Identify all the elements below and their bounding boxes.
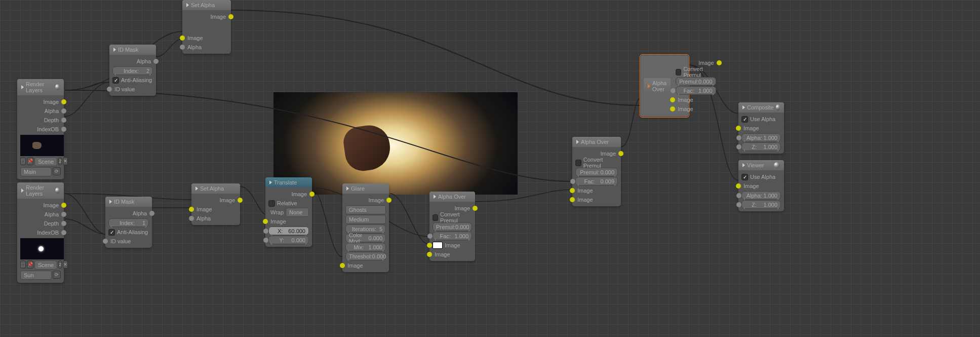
node-header[interactable]: Set Alpha <box>182 0 231 10</box>
convert-checkbox[interactable] <box>676 69 681 76</box>
collapse-icon[interactable] <box>109 200 112 204</box>
input-socket[interactable] <box>427 234 433 239</box>
output-socket[interactable] <box>61 118 66 123</box>
input-socket[interactable] <box>263 219 268 224</box>
relative-checkbox[interactable] <box>268 200 275 207</box>
scene-num[interactable]: 2 <box>58 157 62 165</box>
layer-select[interactable]: Sun <box>20 271 52 280</box>
z-field[interactable]: Z:1.000 <box>741 200 781 209</box>
input-socket[interactable] <box>736 202 741 207</box>
mix-field[interactable]: Mix:1.000 <box>345 243 386 251</box>
scene-num[interactable]: 2 <box>58 260 62 269</box>
output-socket[interactable] <box>618 151 623 156</box>
output-socket[interactable] <box>149 211 154 216</box>
node-set-alpha-1[interactable]: Set Alpha Image Image Alpha <box>182 0 231 54</box>
input-socket[interactable] <box>736 135 741 140</box>
collapse-icon[interactable] <box>186 3 189 7</box>
node-header[interactable]: Render Layers <box>17 182 64 199</box>
glare-quality-select[interactable]: Medium <box>345 215 386 224</box>
node-header[interactable]: Alpha Over <box>429 192 475 202</box>
premul-field[interactable]: Premul:0.000 <box>575 168 618 176</box>
pin-icon[interactable]: 📌 <box>27 157 33 165</box>
input-socket[interactable] <box>263 229 268 234</box>
reload-icon[interactable]: ⟳ <box>53 271 61 279</box>
collapse-icon[interactable] <box>346 186 349 191</box>
threshold-field[interactable]: Threshol:0.000 <box>345 252 386 260</box>
collapse-icon[interactable] <box>576 140 579 144</box>
node-composite[interactable]: Composite Use Alpha Image Alpha:1.000 Z:… <box>738 102 784 154</box>
output-socket[interactable] <box>61 221 66 226</box>
close-icon[interactable]: ✕ <box>63 157 68 165</box>
output-socket[interactable] <box>473 206 478 211</box>
input-socket[interactable] <box>427 243 432 248</box>
node-header[interactable]: Alpha Over <box>644 78 671 94</box>
convert-checkbox[interactable] <box>575 160 581 166</box>
input-socket[interactable] <box>427 252 432 257</box>
node-header[interactable]: Alpha Over <box>572 137 621 147</box>
usealpha-checkbox[interactable] <box>741 116 748 123</box>
fac-field[interactable]: Fac:1.000 <box>433 232 472 240</box>
node-translate[interactable]: Translate Image Relative WrapNone Image … <box>265 177 312 247</box>
node-viewer[interactable]: Viewer Use Alpha Image Alpha:1.000 Z:1.0… <box>738 160 784 211</box>
node-alpha-over-2[interactable]: Alpha Over Image Convert Premul Premul:0… <box>572 137 621 206</box>
input-socket[interactable] <box>189 216 194 221</box>
toggle-icon[interactable]: ⬚ <box>20 157 26 165</box>
reload-icon[interactable]: ⟳ <box>53 167 61 175</box>
premul-field[interactable]: Premul:0.000 <box>676 77 716 86</box>
output-socket[interactable] <box>61 99 66 104</box>
node-header[interactable]: ID Mask <box>109 45 156 55</box>
input-socket[interactable] <box>570 188 575 193</box>
collapse-icon[interactable] <box>21 85 24 89</box>
usealpha-checkbox[interactable] <box>741 174 748 180</box>
input-socket[interactable] <box>736 126 741 131</box>
node-header[interactable]: Composite <box>738 102 784 113</box>
collapse-icon[interactable] <box>742 105 745 109</box>
color-swatch[interactable] <box>433 242 443 249</box>
input-socket[interactable] <box>180 35 185 41</box>
input-socket[interactable] <box>671 88 676 93</box>
node-id-mask-2[interactable]: ID Mask Alpha Index:1 Anti-Aliasing ID v… <box>105 197 152 248</box>
input-socket[interactable] <box>570 179 575 184</box>
node-header[interactable]: Viewer <box>738 160 784 170</box>
x-field[interactable]: X:60.000 <box>268 227 309 235</box>
output-socket[interactable] <box>153 59 159 64</box>
layer-select[interactable]: Main <box>20 167 52 176</box>
collapse-icon[interactable] <box>269 180 272 184</box>
collapse-icon[interactable] <box>195 186 198 191</box>
output-socket[interactable] <box>717 60 722 65</box>
input-socket[interactable] <box>670 106 675 111</box>
glare-type-select[interactable]: Ghosts <box>345 205 386 214</box>
aa-checkbox[interactable] <box>112 77 119 84</box>
collapse-icon[interactable] <box>434 195 436 199</box>
y-field[interactable]: Y:0.000 <box>268 236 309 244</box>
node-set-alpha-2[interactable]: Set Alpha Image Image Alpha <box>191 183 240 225</box>
collapse-icon[interactable] <box>113 48 116 52</box>
node-glare[interactable]: Glare Image Ghosts Medium Iterations:5 C… <box>342 183 389 272</box>
collapse-icon[interactable] <box>21 189 24 193</box>
input-socket[interactable] <box>107 87 112 92</box>
node-header[interactable]: ID Mask <box>105 197 152 207</box>
input-socket[interactable] <box>180 45 185 50</box>
premul-field[interactable]: Premul:0.000 <box>433 222 472 231</box>
node-header[interactable]: Glare <box>342 183 389 194</box>
collapse-icon[interactable] <box>742 163 745 167</box>
output-socket[interactable] <box>61 230 66 235</box>
input-socket[interactable] <box>340 263 345 268</box>
toggle-icon[interactable]: ⬚ <box>20 260 26 269</box>
node-render-layers-2[interactable]: Render Layers Image Alpha Depth IndexOB … <box>17 182 64 283</box>
z-field[interactable]: Z:1.000 <box>741 142 781 151</box>
input-socket[interactable] <box>103 239 108 244</box>
output-socket[interactable] <box>238 198 243 203</box>
scene-select[interactable]: Scene <box>34 260 57 270</box>
fac-field[interactable]: Fac:1.000 <box>676 86 716 95</box>
wrap-select[interactable]: None <box>286 208 309 217</box>
input-socket[interactable] <box>736 193 741 198</box>
node-id-mask-1[interactable]: ID Mask Alpha Index:2 Anti-Aliasing ID v… <box>109 45 156 96</box>
pin-icon[interactable]: 📌 <box>27 260 33 269</box>
input-socket[interactable] <box>189 207 194 212</box>
output-socket[interactable] <box>309 192 315 197</box>
node-render-layers-1[interactable]: Render Layers Image Alpha Depth IndexOB … <box>17 79 64 179</box>
alpha-field[interactable]: Alpha:1.000 <box>741 191 781 200</box>
convert-checkbox[interactable] <box>433 214 438 221</box>
output-socket[interactable] <box>386 198 391 203</box>
